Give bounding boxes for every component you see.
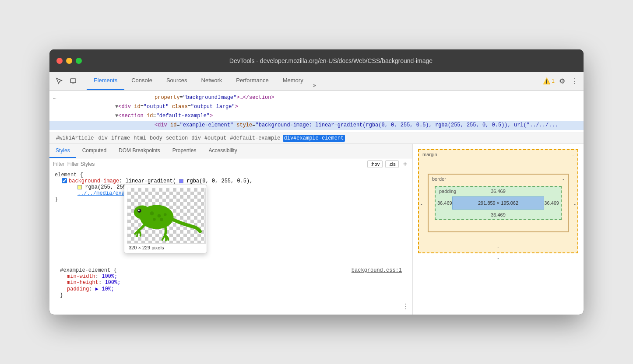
- css-close-brace: }: [60, 292, 63, 298]
- main-area: Styles Computed DOM Breakpoints Properti…: [49, 144, 584, 315]
- padding-value-top: 36.469: [491, 189, 506, 194]
- breadcrumb-item-example-element[interactable]: div#example-element: [283, 135, 345, 142]
- more-options-icon[interactable]: ⋮: [570, 75, 580, 87]
- warning-badge[interactable]: ⚠️ 1: [543, 77, 555, 84]
- svg-point-7: [158, 214, 161, 218]
- settings-icon[interactable]: ⚙: [557, 75, 567, 87]
- padding-value-left: 36.469: [437, 200, 452, 206]
- tab-memory[interactable]: Memory: [276, 72, 310, 90]
- breadcrumb-item-default-example[interactable]: #default-example: [229, 135, 281, 142]
- padding-value-right: 36.469: [544, 200, 559, 206]
- tab-network[interactable]: Network: [194, 72, 229, 90]
- toolbar-separator: [83, 76, 83, 86]
- padding-box-outer: padding 36.469 36.469 36.469 36.469 291.…: [435, 186, 562, 220]
- outer-margin-bottom: -: [418, 253, 578, 262]
- svg-point-6: [150, 212, 154, 216]
- right-panel: margin - border - padding: [413, 144, 584, 315]
- warning-icon: ⚠️: [543, 77, 550, 84]
- sub-tab-dom-breakpoints[interactable]: DOM Breakpoints: [113, 144, 166, 158]
- hov-cls-actions: :hov .cls +: [367, 160, 409, 168]
- device-icon[interactable]: [67, 75, 79, 87]
- outer-dash-left: -: [421, 201, 422, 206]
- element-rule: element { background-image: linear-gradi…: [49, 170, 412, 204]
- breadcrumb-item-iframe[interactable]: iframe: [110, 135, 131, 142]
- close-button[interactable]: [56, 58, 63, 64]
- css-rule-header: #example-element { background.css:1: [60, 267, 402, 273]
- titlebar: DevTools - developer.mozilla.org/en-US/d…: [49, 49, 584, 72]
- tab-elements[interactable]: Elements: [87, 72, 124, 90]
- collapse-dots[interactable]: …: [53, 93, 56, 102]
- padding-value-bottom: 36.469: [491, 212, 506, 217]
- element-selector: element {: [55, 172, 407, 178]
- svg-point-9: [160, 218, 163, 221]
- sub-tab-accessibility[interactable]: Accessibility: [202, 144, 243, 158]
- image-tooltip: 320 × 229 pixels: [124, 185, 207, 253]
- breadcrumb-item-div2[interactable]: div: [190, 135, 202, 142]
- svg-rect-1: [72, 83, 74, 84]
- border-layer: border - padding 36.469 36.469 36.469: [428, 174, 569, 232]
- box-model: margin - border - padding: [418, 149, 578, 253]
- breadcrumb-item-section[interactable]: section: [165, 135, 189, 142]
- filter-label: Filter: [53, 161, 65, 167]
- outer-dash-right: -: [574, 201, 576, 206]
- filter-input[interactable]: [67, 161, 365, 167]
- add-style-button[interactable]: +: [401, 160, 409, 168]
- css-properties: min-width: 100%; min-height: 100%; paddi…: [60, 273, 402, 292]
- rule-options-icon[interactable]: ⋮: [402, 302, 409, 311]
- svg-point-10: [153, 218, 156, 221]
- sub-tabs: Styles Computed DOM Breakpoints Properti…: [49, 144, 412, 158]
- tooltip-image-preview: [127, 188, 206, 244]
- breadcrumb-item-html[interactable]: html: [132, 135, 148, 142]
- color-swatch-blue: [179, 179, 183, 183]
- css-selector: #example-element {: [60, 267, 117, 273]
- html-line-4-highlighted[interactable]: <div id="example-element" style="backgro…: [49, 121, 584, 130]
- content-dimensions: 291.859 × 195.062: [452, 196, 544, 210]
- breadcrumb-item-body[interactable]: body: [148, 135, 164, 142]
- toolbar-right-actions: ⚠️ 1 ⚙ ⋮: [543, 75, 580, 87]
- tab-console[interactable]: Console: [124, 72, 159, 90]
- maximize-button[interactable]: [76, 58, 82, 64]
- breadcrumb-item-div1[interactable]: div: [97, 135, 109, 142]
- margin-bottom-value: -: [419, 244, 577, 252]
- margin-layer: margin - border - padding: [419, 150, 577, 252]
- breadcrumb-item-output[interactable]: #output: [203, 135, 228, 142]
- inspect-icon[interactable]: [53, 75, 65, 87]
- devtools-panel: Elements Console Sources Network Perform…: [49, 72, 584, 315]
- gecko-svg: [127, 188, 205, 243]
- attr-name: property: [155, 94, 180, 101]
- more-tabs-button[interactable]: »: [310, 80, 319, 90]
- breadcrumb: #wikiArticle div iframe html body sectio…: [49, 133, 584, 144]
- minimize-button[interactable]: [66, 58, 72, 64]
- element-close-brace: }: [55, 196, 407, 203]
- tab-list: Elements Console Sources Network Perform…: [87, 72, 319, 90]
- svg-point-5: [138, 210, 140, 211]
- breadcrumb-item-wikiarticle[interactable]: #wikiArticle: [55, 135, 95, 142]
- sub-tab-computed[interactable]: Computed: [76, 144, 113, 158]
- traffic-lights: [56, 58, 82, 64]
- left-panel: Styles Computed DOM Breakpoints Properti…: [49, 144, 413, 315]
- tab-performance[interactable]: Performance: [229, 72, 275, 90]
- sub-tab-styles[interactable]: Styles: [49, 144, 76, 158]
- filter-bar: Filter :hov .cls +: [49, 158, 412, 170]
- border-label: border: [432, 176, 446, 182]
- html-line-1: property="backgroundImage">…</section>: [49, 93, 584, 102]
- css-prop-min-width: min-width: 100%;: [67, 273, 402, 280]
- tooltip-size: 320 × 229 pixels: [127, 244, 204, 250]
- css-source[interactable]: background.css:1: [352, 267, 402, 273]
- warning-count: 1: [552, 78, 555, 84]
- html-line-3: ▼<section id="default-example">: [49, 112, 584, 121]
- hov-button[interactable]: :hov: [367, 160, 383, 168]
- svg-rect-0: [70, 79, 76, 83]
- padding-label: padding: [439, 189, 456, 194]
- margin-label: margin: [422, 152, 437, 157]
- bg-checkbox[interactable]: [62, 178, 67, 183]
- color-swatch-yellow: [77, 185, 82, 189]
- margin-value: -: [572, 152, 574, 157]
- css-prop-padding: padding: ▶ 10%;: [67, 286, 402, 292]
- sub-tab-properties[interactable]: Properties: [166, 144, 203, 158]
- tab-sources[interactable]: Sources: [159, 72, 194, 90]
- bg-prop-row: background-image: linear-gradient( rgba(…: [55, 178, 407, 196]
- padding-layer: padding 36.469 36.469 36.469 36.469 291.…: [435, 186, 562, 220]
- css-rule-section: #example-element { background.css:1 min-…: [49, 266, 412, 300]
- cls-button[interactable]: .cls: [385, 160, 399, 168]
